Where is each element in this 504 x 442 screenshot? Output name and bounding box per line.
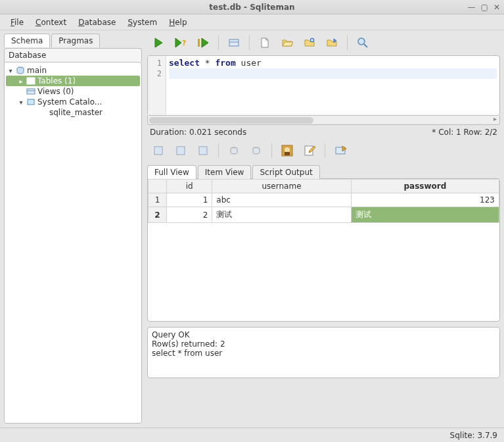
views-icon <box>26 87 35 95</box>
tree-node-system-catalogue[interactable]: ▾ System Catalo... <box>6 97 140 107</box>
blob-preview-button[interactable] <box>279 142 296 159</box>
svg-rect-8 <box>28 99 34 105</box>
toolbar-separator <box>271 143 272 158</box>
query-log[interactable]: Query OK Row(s) returned: 2 select * fro… <box>147 327 500 378</box>
menu-file[interactable]: File <box>5 16 29 28</box>
new-file-button[interactable] <box>256 34 273 51</box>
schema-panel: Schema Pragmas Database ▾ main ▸ <box>0 30 146 428</box>
svg-rect-26 <box>285 152 290 155</box>
table-row[interactable]: 2 2 测试 测试 <box>149 207 499 223</box>
table-icon <box>26 77 35 85</box>
svg-point-25 <box>285 147 290 153</box>
toolbar-separator <box>249 36 250 50</box>
catalogue-icon <box>26 98 35 106</box>
col-username[interactable]: username <box>212 180 351 193</box>
svg-rect-1 <box>27 78 35 84</box>
tab-pragmas[interactable]: Pragmas <box>51 34 100 47</box>
svg-point-17 <box>358 38 365 45</box>
cursor-label: * Col: 1 Row: 2/2 <box>432 128 497 137</box>
cell-password[interactable]: 123 <box>351 193 499 207</box>
tab-schema[interactable]: Schema <box>4 34 50 47</box>
database-header: Database <box>4 48 142 62</box>
statusbar: Sqlite: 3.7.9 <box>0 428 504 442</box>
run-step-button[interactable] <box>195 34 212 51</box>
export-button[interactable] <box>332 142 349 159</box>
chevron-right-icon[interactable]: ▸ <box>18 78 24 85</box>
save-button[interactable] <box>301 34 318 51</box>
svg-marker-9 <box>155 38 162 47</box>
svg-line-18 <box>364 44 367 47</box>
edit-cell-button[interactable] <box>301 142 318 159</box>
svg-rect-14 <box>229 39 239 46</box>
save-as-button[interactable] <box>323 34 340 51</box>
prev-row-button[interactable] <box>172 142 189 159</box>
sql-text[interactable]: select * from user <box>166 56 499 115</box>
tab-item-view[interactable]: Item View <box>198 165 252 179</box>
create-view-button[interactable] <box>225 34 242 51</box>
toolbar-separator <box>218 143 219 158</box>
result-toolbar <box>147 139 500 163</box>
table-header-row: id username password <box>149 180 499 193</box>
sql-status: Duration: 0.021 seconds * Col: 1 Row: 2/… <box>147 125 500 139</box>
run-button[interactable] <box>150 34 167 51</box>
table-row[interactable]: 1 1 abc 123 <box>149 193 499 207</box>
duration-label: Duration: 0.021 seconds <box>150 128 246 137</box>
menu-system[interactable]: System <box>122 16 162 28</box>
sql-gutter: 1 2 <box>148 56 166 115</box>
tab-script-output[interactable]: Script Output <box>252 165 319 179</box>
cell-username[interactable]: 测试 <box>212 207 351 223</box>
database-icon <box>16 66 25 74</box>
open-file-button[interactable] <box>279 34 296 51</box>
svg-marker-10 <box>175 38 181 47</box>
menu-help[interactable]: Help <box>164 16 192 28</box>
main-toolbar: ? <box>147 33 500 55</box>
search-button[interactable] <box>354 34 371 51</box>
minimize-icon[interactable]: — <box>468 3 476 12</box>
svg-rect-20 <box>177 147 185 155</box>
svg-text:?: ? <box>182 39 186 47</box>
first-row-button[interactable] <box>150 142 167 159</box>
chevron-down-icon[interactable]: ▾ <box>7 67 14 74</box>
close-icon[interactable]: ✕ <box>493 3 500 12</box>
chevron-down-icon[interactable]: ▾ <box>18 99 24 106</box>
titlebar: test.db - Sqliteman — ▢ ✕ <box>0 0 504 14</box>
sql-scrollbar[interactable] <box>147 116 500 125</box>
svg-rect-6 <box>27 89 35 94</box>
menu-database[interactable]: Database <box>73 16 121 28</box>
tree-node-main[interactable]: ▾ main <box>6 65 140 76</box>
cell-id[interactable]: 2 <box>167 207 212 223</box>
svg-marker-13 <box>202 38 208 47</box>
commit-button[interactable] <box>225 142 242 159</box>
tree-node-views[interactable]: Views (0) <box>6 86 140 97</box>
svg-rect-21 <box>199 147 207 155</box>
tree-node-tables[interactable]: ▸ Tables (1) <box>6 76 140 86</box>
col-password[interactable]: password <box>351 180 499 193</box>
toolbar-separator <box>218 36 219 50</box>
rollback-button[interactable] <box>248 142 265 159</box>
toolbar-separator <box>347 36 348 50</box>
cell-password[interactable]: 测试 <box>351 207 499 223</box>
menu-context[interactable]: Context <box>30 16 72 28</box>
tab-full-view[interactable]: Full View <box>147 165 196 179</box>
cell-username[interactable]: abc <box>212 193 351 207</box>
result-grid[interactable]: id username password 1 1 abc 123 2 2 <box>147 178 500 322</box>
run-explain-button[interactable]: ? <box>172 34 189 51</box>
sql-editor[interactable]: 1 2 select * from user <box>147 55 500 116</box>
svg-rect-12 <box>198 39 200 47</box>
schema-tree[interactable]: ▾ main ▸ Tables (1) <box>5 62 141 120</box>
sqlite-version: Sqlite: 3.7.9 <box>450 431 497 440</box>
window-title: test.db - Sqliteman <box>209 3 294 12</box>
svg-rect-19 <box>154 147 162 155</box>
toolbar-separator <box>325 143 325 158</box>
cell-id[interactable]: 1 <box>167 193 212 207</box>
maximize-icon[interactable]: ▢ <box>481 3 488 12</box>
col-id[interactable]: id <box>167 180 212 193</box>
menubar: File Context Database System Help <box>0 14 504 30</box>
next-row-button[interactable] <box>195 142 212 159</box>
tree-node-sqlite-master[interactable]: sqlite_master <box>6 107 140 118</box>
